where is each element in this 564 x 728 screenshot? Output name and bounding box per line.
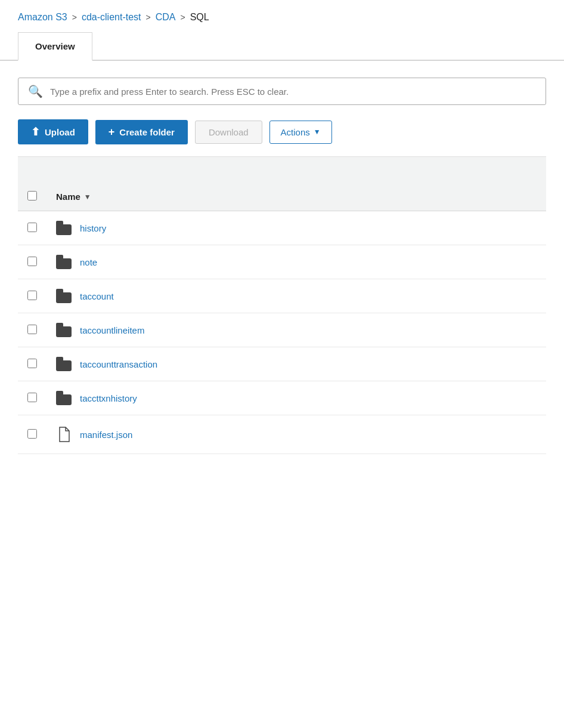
file-name-link[interactable]: taccount — [80, 291, 114, 301]
row-checkbox[interactable] — [27, 429, 37, 439]
file-name-link[interactable]: history — [80, 223, 106, 233]
upload-icon: ⬆ — [31, 125, 40, 138]
row-name-cell: note — [47, 245, 546, 279]
select-all-checkbox-cell — [18, 183, 47, 211]
row-checkbox[interactable] — [27, 359, 37, 368]
table-header-row: Name ▼ — [18, 183, 546, 211]
breadcrumb-sep-1: > — [72, 13, 77, 22]
create-folder-button[interactable]: + Create folder — [95, 120, 188, 144]
search-input[interactable] — [50, 87, 536, 97]
table-row: history — [18, 211, 546, 245]
row-name-cell: taccttxnhistory — [47, 381, 546, 415]
page-wrapper: Amazon S3 > cda-client-test > CDA > SQL … — [0, 0, 564, 466]
name-column-header[interactable]: Name ▼ — [47, 183, 546, 211]
row-checkbox[interactable] — [27, 223, 37, 232]
breadcrumb-current: SQL — [190, 12, 209, 23]
row-name-cell: history — [47, 211, 546, 245]
sort-arrow-icon: ▼ — [84, 193, 91, 201]
row-checkbox[interactable] — [27, 257, 37, 266]
filter-row — [18, 156, 546, 183]
plus-icon: + — [109, 126, 115, 138]
file-name-link[interactable]: manifest.json — [80, 430, 132, 440]
row-checkbox-cell — [18, 381, 47, 415]
file-name-link[interactable]: note — [80, 257, 97, 267]
row-checkbox-cell — [18, 313, 47, 347]
search-bar: 🔍 — [18, 78, 546, 105]
download-button[interactable]: Download — [195, 121, 262, 144]
file-table: Name ▼ historynotetaccounttaccountlineit… — [18, 183, 546, 454]
file-name-link[interactable]: taccountlineitem — [80, 325, 144, 335]
breadcrumb-link-cda[interactable]: CDA — [156, 12, 176, 23]
breadcrumb-link-cda-client-test[interactable]: cda-client-test — [82, 12, 141, 23]
row-name-cell: taccount — [47, 279, 546, 313]
row-name-cell: taccountlineitem — [47, 313, 546, 347]
table-row: taccountlineitem — [18, 313, 546, 347]
upload-button[interactable]: ⬆ Upload — [18, 119, 88, 144]
row-checkbox[interactable] — [27, 325, 37, 334]
toolbar: ⬆ Upload + Create folder Download Action… — [18, 119, 546, 144]
row-checkbox-cell — [18, 211, 47, 245]
row-checkbox-cell — [18, 415, 47, 454]
breadcrumb: Amazon S3 > cda-client-test > CDA > SQL — [0, 0, 564, 32]
folder-icon — [56, 357, 73, 371]
row-checkbox-cell — [18, 347, 47, 381]
folder-icon — [56, 391, 73, 405]
table-row: taccttxnhistory — [18, 381, 546, 415]
chevron-down-icon: ▼ — [314, 128, 321, 136]
file-name-link[interactable]: taccounttransaction — [80, 359, 157, 369]
folder-icon — [56, 289, 73, 303]
select-all-checkbox[interactable] — [27, 191, 37, 200]
row-name-cell: taccounttransaction — [47, 347, 546, 381]
breadcrumb-sep-3: > — [180, 13, 185, 22]
row-checkbox-cell — [18, 279, 47, 313]
row-name-cell: manifest.json — [47, 415, 546, 454]
breadcrumb-link-amazon-s3[interactable]: Amazon S3 — [18, 12, 67, 23]
table-row: manifest.json — [18, 415, 546, 454]
row-checkbox[interactable] — [27, 291, 37, 300]
tabs-bar: Overview — [0, 32, 564, 61]
search-icon: 🔍 — [28, 84, 43, 98]
content-area: 🔍 ⬆ Upload + Create folder Download Acti… — [0, 61, 564, 466]
folder-icon — [56, 323, 73, 337]
table-row: taccount — [18, 279, 546, 313]
folder-icon — [56, 221, 73, 235]
tab-overview[interactable]: Overview — [18, 32, 92, 61]
table-row: note — [18, 245, 546, 279]
file-icon — [56, 425, 73, 444]
row-checkbox[interactable] — [27, 393, 37, 402]
file-name-link[interactable]: taccttxnhistory — [80, 393, 137, 403]
folder-icon — [56, 255, 73, 269]
breadcrumb-sep-2: > — [146, 13, 151, 22]
actions-button[interactable]: Actions ▼ — [269, 121, 332, 144]
row-checkbox-cell — [18, 245, 47, 279]
table-row: taccounttransaction — [18, 347, 546, 381]
